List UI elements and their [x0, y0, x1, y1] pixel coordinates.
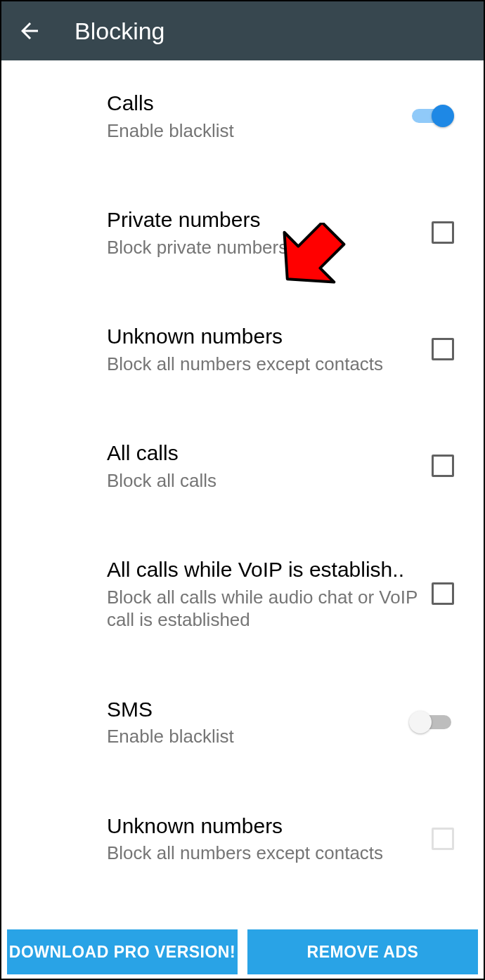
setting-subtitle: Enable blacklist	[107, 119, 395, 143]
setting-subtitle: Block all calls	[107, 469, 418, 492]
all-calls-checkbox[interactable]	[432, 455, 454, 477]
setting-unknown-numbers[interactable]: Unknown numbers Block all numbers except…	[3, 305, 482, 393]
setting-all-calls-voip[interactable]: All calls while VoIP is establish.. Bloc…	[3, 538, 482, 650]
setting-sms-nonnumeric[interactable]: Non-numeric numbers Block SMS from non-n…	[3, 911, 482, 925]
setting-subtitle: Block all calls while audio chat or VoIP…	[107, 586, 418, 632]
page-title: Blocking	[75, 18, 165, 45]
setting-title: Private numbers	[107, 207, 418, 233]
setting-text: SMS Enable blacklist	[107, 696, 409, 748]
sms-switch[interactable]	[409, 708, 454, 736]
setting-title: SMS	[107, 696, 395, 723]
setting-sms[interactable]: SMS Enable blacklist	[3, 678, 482, 766]
private-numbers-checkbox[interactable]	[432, 221, 454, 244]
setting-text: All calls Block all calls	[107, 440, 432, 492]
settings-list: Calls Enable blacklist Private numbers B…	[3, 62, 482, 924]
arrow-back-icon	[17, 18, 42, 44]
setting-title: All calls while VoIP is establish..	[107, 556, 418, 583]
setting-subtitle: Block all numbers except contacts	[107, 353, 418, 376]
setting-subtitle: Block private numbers	[107, 236, 418, 259]
download-pro-button[interactable]: DOWNLOAD PRO VERSION!	[7, 929, 238, 974]
setting-private-numbers[interactable]: Private numbers Block private numbers	[3, 188, 482, 277]
app-header: Blocking	[1, 1, 484, 60]
setting-sms-unknown[interactable]: Unknown numbers Block all numbers except…	[3, 795, 482, 883]
remove-ads-button[interactable]: REMOVE ADS	[247, 929, 478, 974]
setting-all-calls[interactable]: All calls Block all calls	[3, 422, 482, 510]
unknown-numbers-checkbox[interactable]	[432, 338, 454, 360]
setting-subtitle: Enable blacklist	[107, 725, 395, 748]
setting-title: Unknown numbers	[107, 813, 418, 839]
setting-text: Calls Enable blacklist	[107, 90, 409, 142]
setting-text: Private numbers Block private numbers	[107, 207, 432, 259]
setting-text: Unknown numbers Block all numbers except…	[107, 323, 432, 375]
setting-calls[interactable]: Calls Enable blacklist	[3, 62, 482, 160]
bottom-bar: DOWNLOAD PRO VERSION! REMOVE ADS	[7, 929, 478, 974]
setting-subtitle: Block all numbers except contacts	[107, 842, 418, 865]
back-button[interactable]	[15, 17, 44, 45]
setting-title: Calls	[107, 90, 395, 117]
calls-switch[interactable]	[409, 102, 454, 130]
setting-text: All calls while VoIP is establish.. Bloc…	[107, 556, 432, 632]
setting-title: Unknown numbers	[107, 323, 418, 350]
sms-unknown-checkbox[interactable]	[432, 828, 454, 850]
setting-text: Unknown numbers Block all numbers except…	[107, 813, 432, 865]
all-calls-voip-checkbox[interactable]	[432, 582, 454, 605]
setting-title: All calls	[107, 440, 418, 466]
